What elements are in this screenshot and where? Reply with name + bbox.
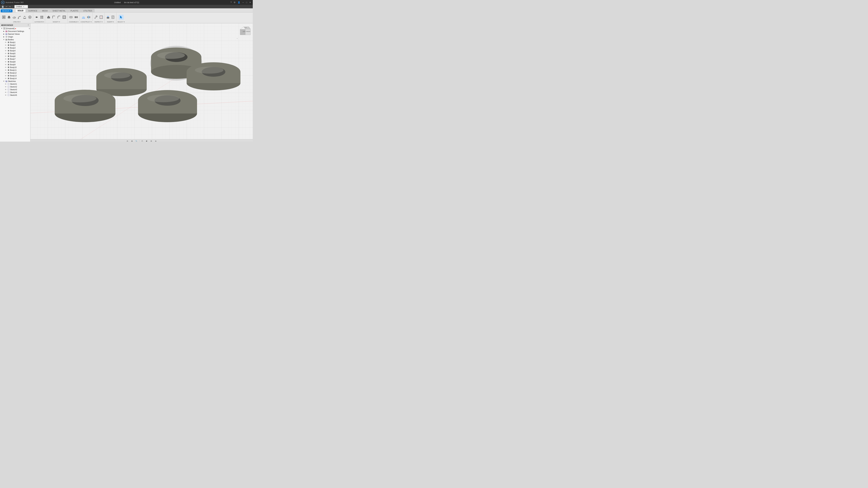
- offset-plane-icon[interactable]: [81, 15, 86, 20]
- eye-icon[interactable]: 👁: [5, 50, 7, 52]
- tab-plastic[interactable]: PLASTIC: [68, 9, 81, 12]
- eye-icon[interactable]: 👁: [5, 61, 7, 63]
- press-pull-icon[interactable]: [46, 15, 51, 20]
- chamfer-icon[interactable]: [57, 15, 61, 20]
- viewcube[interactable]: LEFT FRONT TOP ⌂: [236, 25, 251, 40]
- grid-icon[interactable]: ⊞: [150, 139, 153, 142]
- eye-icon[interactable]: 👁: [5, 53, 7, 55]
- tree-body5[interactable]: 👁Body5: [0, 52, 30, 55]
- eye-icon[interactable]: 👁: [5, 72, 7, 74]
- tree-body1[interactable]: 👁Body1: [0, 41, 30, 44]
- extrude-icon[interactable]: [7, 15, 11, 20]
- midplane-icon[interactable]: [86, 15, 91, 20]
- inspect-label[interactable]: INSPECT ▾: [94, 21, 102, 23]
- fillet-icon[interactable]: [51, 15, 56, 20]
- measure-icon[interactable]: [94, 15, 98, 20]
- tree-body10[interactable]: 👁Body10: [0, 66, 30, 69]
- tree-named-views[interactable]: ▶ Named Views: [0, 33, 30, 35]
- tree-body2[interactable]: 👁Body2: [0, 44, 30, 46]
- display-icon[interactable]: ◧: [145, 139, 148, 142]
- tree-sketch1[interactable]: 👁Sketch1: [0, 83, 30, 86]
- eye-icon[interactable]: 👁: [5, 86, 7, 88]
- eye-icon[interactable]: 👁: [5, 44, 7, 46]
- eye-icon[interactable]: 👁: [5, 89, 7, 91]
- select-label[interactable]: SELECT ▾: [118, 21, 125, 23]
- tree-sketches-folder[interactable]: ▼ Sketches: [0, 80, 30, 83]
- undo-button[interactable]: ↩: [5, 5, 8, 8]
- tab-sheet-metal[interactable]: SHEET METAL: [50, 9, 68, 12]
- fit-view-icon[interactable]: ⊡: [141, 139, 144, 142]
- eye-icon[interactable]: 👁: [5, 77, 7, 79]
- close-button[interactable]: ✕: [249, 1, 252, 4]
- tab-mesh[interactable]: MESH: [40, 9, 50, 12]
- create-form-icon[interactable]: [27, 15, 32, 20]
- eye-icon[interactable]: 👁: [5, 55, 7, 57]
- tree-sketch5[interactable]: 👁Sketch5: [0, 94, 30, 97]
- revolve-icon[interactable]: [12, 15, 17, 20]
- root-settings-icon[interactable]: ⚙: [29, 28, 30, 30]
- tree-body4[interactable]: 👁Body4: [0, 49, 30, 52]
- tree-body12[interactable]: 👁Body12: [0, 71, 30, 74]
- as-built-joint-icon[interactable]: [74, 15, 79, 20]
- eye-icon[interactable]: 👁: [5, 64, 7, 66]
- shell-icon[interactable]: [62, 15, 67, 20]
- eye-icon[interactable]: 👁: [5, 75, 7, 77]
- help-button[interactable]: ?: [230, 1, 232, 4]
- tab-close-icon[interactable]: ✕: [23, 6, 24, 8]
- save-button[interactable]: 💾: [1, 5, 4, 8]
- eye-icon[interactable]: 👁: [5, 94, 7, 96]
- tree-sketch2[interactable]: 👁Sketch2: [0, 86, 30, 88]
- select-icon[interactable]: [119, 15, 124, 20]
- zoom-icon[interactable]: 🔍: [135, 139, 138, 142]
- maximize-button[interactable]: □: [245, 1, 248, 4]
- browser-options-icon[interactable]: ⋮: [27, 24, 29, 26]
- tree-body8[interactable]: 👁Body8: [0, 60, 30, 63]
- sweep-icon[interactable]: [17, 15, 22, 20]
- tree-body3[interactable]: 👁Body3: [0, 46, 30, 49]
- joint-icon[interactable]: [69, 15, 73, 20]
- viewport[interactable]: LEFT FRONT TOP ⌂ ⟳ ✥ 🔍 ⊡ ◧ ⊞ ⊕: [30, 23, 253, 141]
- eye-icon[interactable]: 👁: [5, 69, 7, 71]
- snap-icon[interactable]: ⊕: [154, 139, 157, 142]
- automate-label[interactable]: AUTOMATE ▾: [34, 21, 44, 23]
- design-dropdown[interactable]: DESIGN ▾: [1, 9, 13, 12]
- new-component-icon[interactable]: [1, 15, 6, 20]
- section-analysis-icon[interactable]: [99, 15, 104, 20]
- insert-label[interactable]: INSERT ▾: [107, 21, 114, 23]
- tree-body9[interactable]: 👁Body9: [0, 63, 30, 66]
- pan-icon[interactable]: ✥: [130, 139, 134, 142]
- tab-utilities[interactable]: UTILITIES: [81, 9, 94, 12]
- orbit-icon[interactable]: ⟳: [126, 139, 129, 142]
- automate-icon1[interactable]: [34, 15, 39, 20]
- browser-collapse-icon[interactable]: ◀: [1, 24, 2, 26]
- eye-icon[interactable]: 👁: [5, 83, 7, 85]
- settings-button[interactable]: ⚙: [233, 1, 236, 4]
- file-tab-untitled[interactable]: Untitled ✕: [14, 5, 28, 8]
- modify-label[interactable]: MODIFY ▾: [53, 21, 60, 23]
- tree-sketch4[interactable]: 👁Sketch4: [0, 91, 30, 94]
- tree-body11[interactable]: 👁Body11: [0, 69, 30, 71]
- tree-root[interactable]: ▼ [Unsaved] ● ⚙: [0, 27, 30, 30]
- eye-icon[interactable]: 👁: [5, 47, 7, 49]
- tree-origin[interactable]: ▶ Origin: [0, 35, 30, 38]
- eye-icon[interactable]: 👁: [5, 58, 7, 60]
- insert-svg-icon[interactable]: [111, 15, 116, 20]
- tab-solid[interactable]: SOLID: [15, 9, 26, 12]
- tab-surface[interactable]: SURFACE: [26, 9, 39, 12]
- tree-body7[interactable]: 👁Body7: [0, 58, 30, 60]
- minimize-button[interactable]: ─: [242, 1, 245, 4]
- automate-icon2[interactable]: [39, 15, 44, 20]
- tree-body14[interactable]: 👁Body14: [0, 77, 30, 80]
- eye-icon[interactable]: 👁: [5, 92, 7, 93]
- redo-button[interactable]: ↪: [8, 5, 11, 8]
- eye-icon[interactable]: 👁: [5, 66, 7, 68]
- tree-body6[interactable]: 👁Body6: [0, 55, 30, 58]
- loft-icon[interactable]: [22, 15, 27, 20]
- account-button[interactable]: 👤: [237, 1, 241, 4]
- tree-body13[interactable]: 👁Body13: [0, 74, 30, 77]
- construct-label[interactable]: CONSTRUCT ▾: [81, 21, 92, 23]
- tree-document-settings[interactable]: ▶ Document Settings: [0, 30, 30, 33]
- assemble-label[interactable]: ASSEMBLE ▾: [69, 21, 79, 23]
- tree-bodies-folder[interactable]: ▼ Bodies: [0, 38, 30, 41]
- design-button[interactable]: DESIGN ▾: [1, 9, 12, 12]
